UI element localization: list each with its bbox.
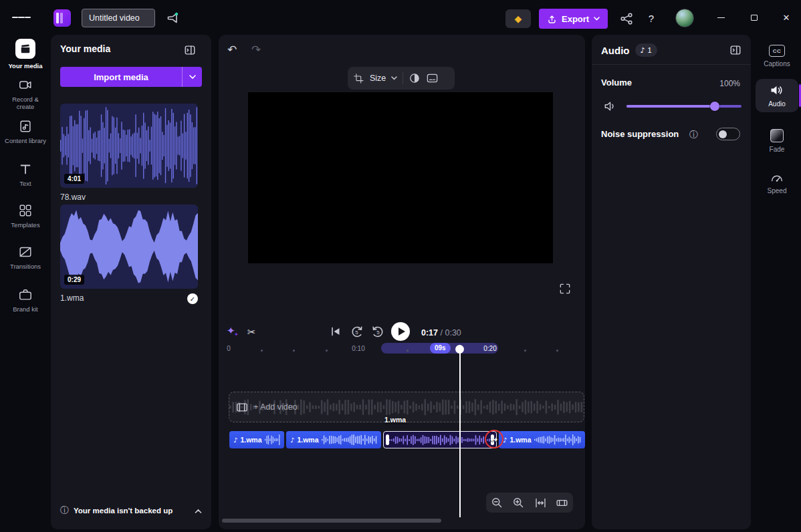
rail-item-fade[interactable]: Fade bbox=[756, 124, 798, 158]
sidebar-label: Text bbox=[4, 180, 47, 187]
share-icon[interactable] bbox=[618, 10, 635, 27]
timeline-zoom-toolbar bbox=[486, 493, 573, 513]
media-panel-title: Your media bbox=[60, 43, 110, 54]
media-item[interactable]: 0:29 1.wma ✓ bbox=[60, 205, 198, 303]
current-time: 0:17 bbox=[421, 328, 438, 338]
divider bbox=[403, 72, 403, 84]
video-preview[interactable] bbox=[248, 92, 553, 263]
audio-clip[interactable]: ♪ 1.wma bbox=[499, 431, 585, 448]
import-options-button[interactable] bbox=[182, 67, 202, 87]
speaker-icon bbox=[604, 100, 617, 112]
editor-panel: ↶ ↷ Size ✦ ✦ ✂ 5 5 0:1 bbox=[219, 35, 585, 529]
clip-count: 1 bbox=[648, 46, 652, 54]
ruler-tick-label: 0 bbox=[219, 345, 242, 352]
ruler-dot bbox=[293, 350, 295, 352]
color-picker-icon[interactable] bbox=[409, 72, 421, 84]
export-button[interactable]: Export bbox=[539, 9, 608, 29]
chevron-down-icon[interactable] bbox=[391, 76, 397, 80]
slider-track[interactable] bbox=[626, 105, 741, 108]
playhead-line[interactable] bbox=[459, 349, 461, 517]
noise-suppression-toggle[interactable] bbox=[716, 128, 740, 140]
redo-icon[interactable]: ↷ bbox=[251, 43, 261, 56]
rail-label: Audio bbox=[768, 100, 786, 108]
templates-icon bbox=[18, 203, 33, 218]
sidebar-item-record-create[interactable]: Record & create bbox=[0, 78, 51, 110]
slider-knob[interactable] bbox=[710, 102, 719, 111]
fit-to-timeline-icon[interactable] bbox=[534, 497, 547, 509]
sidebar-item-content-library[interactable]: Content library bbox=[0, 119, 51, 144]
media-thumbnail[interactable]: 4:01 bbox=[60, 104, 198, 188]
export-label: Export bbox=[562, 14, 589, 24]
media-thumbnail[interactable]: 0:29 bbox=[60, 205, 198, 289]
ai-suggestions-button[interactable]: ✦ ✦ bbox=[225, 325, 241, 341]
library-icon bbox=[18, 119, 33, 134]
sidebar-item-templates[interactable]: Templates bbox=[0, 203, 51, 229]
minimize-button[interactable] bbox=[711, 10, 730, 25]
audio-clip[interactable]: ♪ 1.wma bbox=[286, 431, 381, 448]
menu-button[interactable] bbox=[12, 10, 31, 25]
ghost-clip-label: 1.wma bbox=[384, 416, 406, 424]
media-name: 1.wma bbox=[60, 293, 84, 303]
split-scissors-icon[interactable]: ✂ bbox=[247, 326, 256, 338]
timeline-view-icon[interactable] bbox=[556, 497, 568, 509]
record-icon bbox=[18, 78, 33, 92]
skip-to-start-icon[interactable] bbox=[329, 325, 342, 338]
maximize-button[interactable] bbox=[745, 10, 764, 25]
properties-title: Audio bbox=[601, 45, 630, 56]
divider bbox=[592, 64, 751, 65]
clip-count-badge: ♪ 1 bbox=[635, 43, 657, 57]
add-video-track[interactable]: + Add video bbox=[229, 392, 584, 422]
collapse-properties-icon[interactable] bbox=[729, 44, 741, 56]
sidebar-item-transitions[interactable]: Transitions bbox=[0, 245, 51, 270]
whats-new-gem-icon[interactable] bbox=[164, 9, 182, 27]
sparkle-icon-small: ✦ bbox=[234, 331, 239, 338]
media-panel: Your media Import media 4:01 78.wav 0:29… bbox=[51, 35, 211, 529]
project-title-input[interactable]: Untitled video bbox=[82, 9, 155, 27]
captions-icon: CC bbox=[769, 45, 785, 57]
size-label[interactable]: Size bbox=[370, 74, 386, 83]
rail-item-speed[interactable]: Speed bbox=[756, 166, 798, 199]
audio-clip[interactable]: ♪ 1.wma bbox=[229, 431, 284, 448]
help-button[interactable]: ? bbox=[643, 10, 659, 26]
jump-back-icon[interactable]: 5 bbox=[350, 324, 364, 339]
speed-icon bbox=[770, 170, 784, 184]
media-name-row: 1.wma ✓ bbox=[60, 293, 198, 303]
zoom-out-icon[interactable] bbox=[491, 497, 503, 509]
volume-slider[interactable] bbox=[626, 102, 741, 111]
info-icon: ⓘ bbox=[60, 505, 69, 517]
upgrade-button[interactable]: ◆ bbox=[505, 9, 531, 28]
horizontal-scrollbar[interactable] bbox=[222, 519, 441, 523]
fullscreen-icon[interactable] bbox=[558, 282, 572, 295]
tools-rail: CC Captions Audio Fade Speed bbox=[754, 35, 801, 532]
time-separator: / bbox=[441, 328, 443, 338]
sidebar-item-your-media[interactable]: Your media bbox=[0, 39, 51, 70]
rail-item-captions[interactable]: CC Captions bbox=[756, 40, 798, 72]
total-time: 0:30 bbox=[445, 328, 461, 338]
play-button[interactable] bbox=[391, 322, 410, 341]
film-icon bbox=[236, 402, 248, 412]
ruler-dot bbox=[524, 350, 526, 352]
collapse-panel-icon[interactable] bbox=[182, 42, 198, 58]
volume-value: 100% bbox=[719, 79, 740, 88]
zoom-in-icon[interactable] bbox=[512, 497, 525, 509]
topbar: Untitled video ◆ Export ? ✕ bbox=[0, 0, 801, 35]
sidebar-item-brand-kit[interactable]: Brand kit bbox=[0, 287, 51, 313]
captions-toolbar-icon[interactable] bbox=[426, 72, 439, 84]
media-item[interactable]: 4:01 78.wav bbox=[60, 104, 198, 202]
audio-clip-selected[interactable] bbox=[383, 431, 497, 448]
gem-icon: ◆ bbox=[515, 13, 522, 24]
playhead-handle[interactable] bbox=[455, 345, 464, 354]
info-icon: ⓘ bbox=[689, 129, 698, 141]
user-avatar[interactable] bbox=[675, 9, 694, 27]
backup-notice[interactable]: ⓘ Your media isn't backed up bbox=[60, 505, 202, 517]
rail-item-audio[interactable]: Audio bbox=[756, 79, 798, 112]
jump-forward-icon[interactable]: 5 bbox=[370, 324, 385, 339]
undo-icon[interactable]: ↶ bbox=[227, 43, 237, 56]
noise-suppression-label: Noise suppression bbox=[601, 129, 679, 139]
sidebar-item-text[interactable]: Text bbox=[0, 162, 51, 187]
trim-handle-left[interactable] bbox=[386, 434, 389, 445]
close-button[interactable]: ✕ bbox=[777, 10, 796, 25]
chevron-up-icon bbox=[195, 509, 202, 513]
import-media-button[interactable]: Import media bbox=[60, 67, 202, 87]
clipchamp-logo[interactable] bbox=[53, 9, 71, 27]
